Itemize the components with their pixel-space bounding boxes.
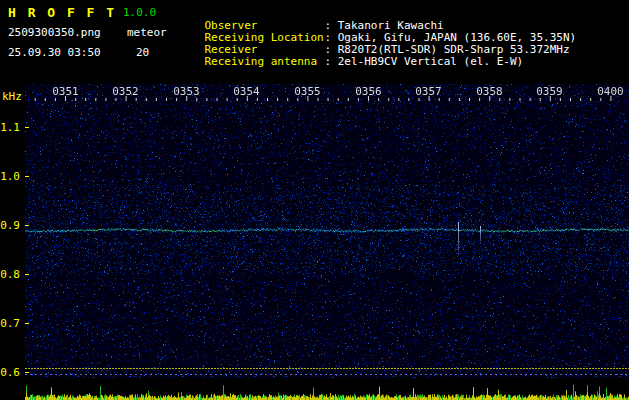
mode-label: meteor [127,26,167,39]
level-meter-canvas [25,378,629,400]
spectrogram-canvas [25,84,629,378]
y-tick-label: 1.1 [0,121,20,134]
app-version-label: 1.0.0 [123,6,156,19]
y-tick-label: 0.7 [0,317,20,330]
x-tick-label: 0356 [355,85,382,98]
x-tick-label: 0357 [415,85,442,98]
x-tick-label: 0352 [112,85,139,98]
x-tick-label: 0351 [52,85,79,98]
y-tick-label: 0.6 [0,366,20,379]
y-tick-label: 0.9 [0,219,20,232]
x-tick-label: 0358 [476,85,503,98]
meteor-count: 20 [136,46,149,59]
x-tick-label: 0359 [536,85,563,98]
y-axis-unit: kHz [2,90,22,103]
info-row-antenna: Receiving antenna: 2el-HB9CV Vertical (e… [178,42,523,81]
y-tick-label: 0.8 [0,268,20,281]
x-tick-label: 0353 [173,85,200,98]
info-value: : 2el-HB9CV Vertical (el. E-W) [325,55,524,68]
info-label: Receiving antenna [205,55,325,68]
x-tick-label: 0400 [597,85,624,98]
y-tick-label: 1.0 [0,170,20,183]
hrofft-output-screen: H R O F F T 1.0.0 2509300350.png meteor … [0,0,629,400]
x-tick-label: 0354 [233,85,260,98]
x-tick-label: 0355 [294,85,321,98]
timestamp: 25.09.30 03:50 [8,46,101,59]
output-filename: 2509300350.png [8,26,101,39]
app-title: H R O F F T [8,5,116,20]
